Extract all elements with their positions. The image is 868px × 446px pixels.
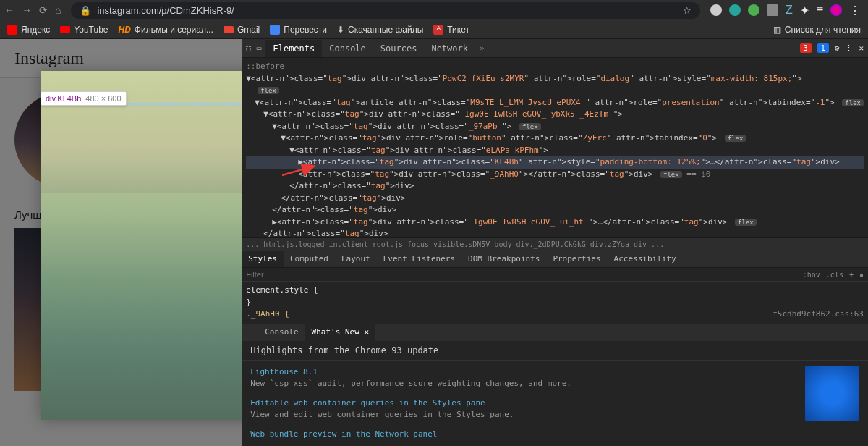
lock-icon: 🔒 xyxy=(80,5,91,16)
bookmark-downloads[interactable]: ⬇Скачанные файлы xyxy=(337,25,423,35)
highlights-title: Highlights from the Chrome 93 update xyxy=(242,341,868,360)
bookmark-youtube[interactable]: YouTube xyxy=(60,25,108,35)
element-node[interactable]: ▶<attr-n">class="tag">div attr-n">class=… xyxy=(246,156,864,169)
ext-icon[interactable] xyxy=(710,4,722,16)
highlight-image xyxy=(805,366,859,421)
tab-elements[interactable]: Elements xyxy=(265,40,322,57)
element-node[interactable]: <attr-n">class="tag">div attr-n">class="… xyxy=(246,169,864,181)
tab-layout[interactable]: Layout xyxy=(335,251,377,267)
post-image[interactable] xyxy=(41,71,242,420)
styles-tabs: Styles Computed Layout Event Listeners D… xyxy=(242,251,868,268)
element-node[interactable]: </attr-n">class="tag">div> xyxy=(246,180,864,193)
bookmark-translate[interactable]: Перевести xyxy=(270,25,327,35)
bookmark-yandex[interactable]: Яндекс xyxy=(7,25,50,35)
elements-tree[interactable]: ::before▼<attr-n">class="tag">div attr-n… xyxy=(242,58,868,237)
tab-network[interactable]: Network xyxy=(424,40,475,57)
element-tooltip: div.KL4Bh480 × 600 xyxy=(41,91,127,106)
more-icon[interactable]: ⋮ xyxy=(849,4,861,17)
devtools-tabs: ⬚ ▭ Elements Console Sources Network » 3… xyxy=(242,39,868,58)
highlight-desc: New `csp-xss` audit, performance score w… xyxy=(250,378,795,390)
drawer-menu-icon[interactable]: ⋮ xyxy=(242,324,258,341)
page-content: Instagram 🔍 Поиск Лучшие xyxy=(0,39,242,446)
bookmark-gmail[interactable]: Gmail xyxy=(224,25,260,35)
device-icon[interactable]: ▭ xyxy=(257,43,262,53)
drawer-tabs: ⋮ Console What's New ✕ xyxy=(242,324,868,341)
settings-icon[interactable]: ⚙ xyxy=(835,43,840,53)
element-node[interactable]: ▼<attr-n">class="tag">div attr-n">class=… xyxy=(246,121,864,133)
bookmark-ticket[interactable]: AТикет xyxy=(433,25,469,35)
error-badge[interactable]: 3 xyxy=(800,43,812,53)
element-node[interactable]: </attr-n">class="tag">div> xyxy=(246,193,864,205)
tab-accessibility[interactable]: Accessibility xyxy=(608,251,683,267)
highlight-desc: View and edit web container queries in t… xyxy=(250,409,795,421)
reading-list[interactable]: ▥Список для чтения xyxy=(773,25,861,35)
more-icon[interactable]: ⋮ xyxy=(845,43,853,53)
element-node[interactable]: flex xyxy=(246,85,864,97)
close-icon[interactable]: ✕ xyxy=(364,327,369,337)
nav-buttons: ← → ⟳ ⌂ xyxy=(4,4,61,16)
cls-toggle[interactable]: .cls xyxy=(826,271,843,279)
highlights-section: Lighthouse 8.1 New `csp-xss` audit, perf… xyxy=(242,360,868,447)
breadcrumb[interactable]: ... html.js.logged-in.client-root.js-foc… xyxy=(242,237,868,251)
extension-icons: Z ✦ ≡ ⋮ xyxy=(710,4,864,17)
tab-properties[interactable]: Properties xyxy=(546,251,607,267)
post-dialog: maria102345 • Подписаться ••• maria10234… xyxy=(41,71,242,420)
filter-input[interactable] xyxy=(246,270,803,279)
tab-whatsnew[interactable]: What's New ✕ xyxy=(305,324,375,341)
tab-console[interactable]: Console xyxy=(258,324,305,341)
extensions-icon[interactable]: ✦ xyxy=(800,4,809,17)
element-node[interactable]: ::before xyxy=(246,61,864,73)
star-icon[interactable]: ☆ xyxy=(683,5,692,16)
element-node[interactable]: ▶<attr-n">class="tag">div attr-n">class=… xyxy=(246,216,864,229)
element-node[interactable]: ▼<attr-n">class="tag">div attr-n">role="… xyxy=(246,132,864,145)
more-icon[interactable]: ▪ xyxy=(859,271,864,279)
info-badge[interactable]: 1 xyxy=(817,43,829,53)
bookmark-films[interactable]: HDФильмы и сериал... xyxy=(119,25,213,35)
browser-toolbar: ← → ⟳ ⌂ 🔒 instagram.com/p/CDmZKHisR-9/ ☆… xyxy=(0,0,868,20)
ext-icon[interactable] xyxy=(748,4,760,16)
bookmarks-bar: Яндекс YouTube HDФильмы и сериал... Gmai… xyxy=(0,20,868,39)
more-tabs[interactable]: » xyxy=(475,43,489,53)
hov-toggle[interactable]: :hov xyxy=(803,271,820,279)
profile-icon[interactable] xyxy=(830,4,842,16)
highlight-link[interactable]: Web bundle preview in the Network panel xyxy=(250,429,795,441)
forward-button[interactable]: → xyxy=(22,4,32,16)
ext-icon[interactable] xyxy=(767,4,778,16)
browser-chrome: ← → ⟳ ⌂ 🔒 instagram.com/p/CDmZKHisR-9/ ☆… xyxy=(0,0,868,39)
url-text: instagram.com/p/CDmZKHisR-9/ xyxy=(97,5,234,16)
ext-icon[interactable]: Z xyxy=(786,4,793,17)
highlight-link[interactable]: Editable web container queries in the St… xyxy=(250,397,795,410)
add-rule-icon[interactable]: + xyxy=(849,271,854,279)
address-bar[interactable]: 🔒 instagram.com/p/CDmZKHisR-9/ ☆ xyxy=(71,2,699,19)
tab-computed[interactable]: Computed xyxy=(284,251,335,267)
element-node[interactable]: </attr-n">class="tag">div> xyxy=(246,228,864,237)
styles-rules[interactable]: element.style { } ._9AhH0 {f5cdbd9cf862.… xyxy=(242,282,868,324)
devtools-panel: ⬚ ▭ Elements Console Sources Network » 3… xyxy=(242,39,868,446)
element-node[interactable]: ▼<attr-n">class="tag">div attr-n">class=… xyxy=(246,73,864,85)
close-icon[interactable]: ✕ xyxy=(859,43,864,53)
styles-filter: :hov .cls + ▪ xyxy=(242,268,868,282)
ext-icon[interactable] xyxy=(729,4,741,16)
home-button[interactable]: ⌂ xyxy=(55,4,61,16)
tab-styles[interactable]: Styles xyxy=(242,251,284,267)
tab-sources[interactable]: Sources xyxy=(373,40,425,57)
element-node[interactable]: ▼<attr-n">class="tag">div attr-n">class=… xyxy=(246,145,864,157)
reload-button[interactable]: ⟳ xyxy=(39,4,48,16)
highlight-link[interactable]: Lighthouse 8.1 xyxy=(250,366,795,379)
back-button[interactable]: ← xyxy=(4,4,14,16)
tab-dombreakpoints[interactable]: DOM Breakpoints xyxy=(461,251,546,267)
element-node[interactable]: </attr-n">class="tag">div> xyxy=(246,204,864,216)
tab-console[interactable]: Console xyxy=(322,40,373,57)
element-node[interactable]: ▼<attr-n">class="tag">div attr-n">class=… xyxy=(246,109,864,121)
tab-eventlisteners[interactable]: Event Listeners xyxy=(377,251,461,267)
inspect-icon[interactable]: ⬚ xyxy=(246,43,251,53)
element-node[interactable]: ▼<attr-n">class="tag">article attr-n">cl… xyxy=(246,97,864,109)
menu-icon[interactable]: ≡ xyxy=(817,4,823,17)
